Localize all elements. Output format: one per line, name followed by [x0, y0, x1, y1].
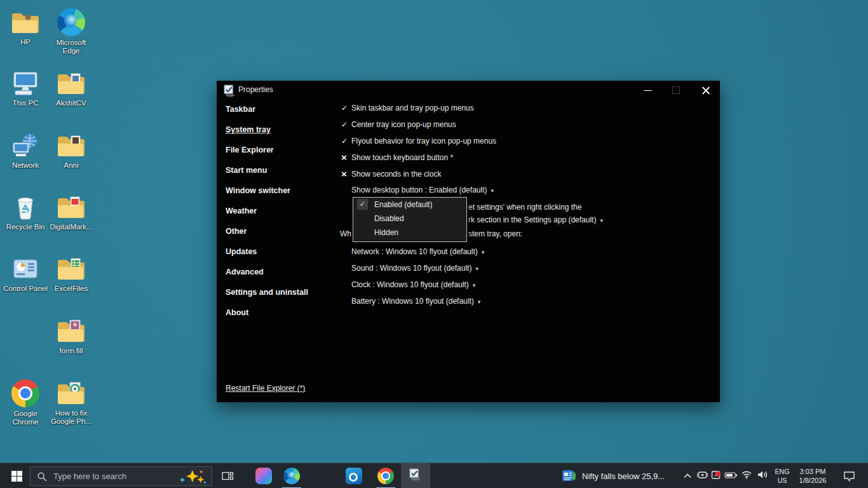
tray-flyout-setting[interactable]: Sound : Windows 10 flyout (default)▾ [351, 264, 478, 273]
desktop-icon-anni[interactable]: Anni [47, 131, 95, 170]
sidebar-item-updates[interactable]: Updates [226, 247, 257, 257]
setting-row[interactable]: ✓Center tray icon pop-up menus [341, 119, 456, 130]
tray-battery-button[interactable] [723, 463, 738, 488]
search-input[interactable] [52, 471, 173, 482]
desktop-icon-microsoft-edge[interactable]: Microsoft Edge [47, 8, 95, 55]
desktop-icon-label: Microsoft Edge [47, 39, 95, 55]
dropdown-arrow-icon: ▾ [491, 187, 494, 194]
tray-meet-now-button[interactable] [695, 463, 710, 488]
sidebar-item-start-menu[interactable]: Start menu [226, 166, 267, 176]
desktop-icon-label: Control Panel [1, 285, 50, 293]
taskbar-app-chrome[interactable] [371, 463, 400, 488]
dropdown-option-hidden[interactable]: Hidden [353, 226, 466, 240]
taskbar-app-edge[interactable] [277, 463, 306, 488]
when-clicking-fragment-prefix: Wh [340, 229, 351, 238]
dropdown-arrow-icon: ▾ [478, 299, 481, 305]
setting-row[interactable]: ×Show seconds in the clock [341, 169, 441, 179]
task-view-icon [221, 470, 234, 482]
folder-pdf-icon [57, 193, 86, 222]
close-button[interactable] [695, 83, 715, 97]
show-desktop-label: Show desktop button : Enabled (default) [351, 186, 487, 194]
news-headline: Nifty falls below 25,9... [582, 471, 665, 481]
setting-row[interactable]: ✓Skin taskbar and tray pop-up menus [341, 103, 474, 113]
desktop: HPMicrosoft EdgeThis PCAkshitCVNetworkAn… [0, 0, 868, 488]
notification-badge [715, 471, 721, 477]
close-icon [702, 86, 710, 95]
taskbar-clock[interactable]: 3:03 PM 1/8/2026 [792, 467, 834, 485]
search-highlights-sparkle-icon[interactable] [173, 468, 208, 485]
volume-icon [757, 470, 768, 482]
desktop-icon-label: Network [1, 161, 50, 170]
chrome-icon [11, 379, 40, 409]
restart-explorer-link[interactable]: Restart File Explorer (*) [226, 384, 305, 393]
taskbar-app-outlook[interactable] [339, 463, 369, 488]
language-line1: ENG [771, 467, 794, 476]
desktop-icon-hp[interactable]: HP [1, 8, 50, 46]
show-desktop-button-setting[interactable]: Show desktop button : Enabled (default)▾ [351, 186, 494, 194]
chrome-icon [377, 468, 394, 484]
sidebar-item-about[interactable]: About [226, 308, 248, 318]
start-button[interactable] [4, 463, 29, 488]
desktop-icon-this-pc[interactable]: This PC [1, 69, 50, 107]
desktop-icon-digitalmark[interactable]: DigitalMark... [47, 193, 95, 231]
sidebar-item-file-explorer[interactable]: File Explorer [226, 146, 274, 156]
check-icon: ✓ [341, 120, 351, 129]
desktop-icon-excelfiles[interactable]: ExcelFiles [47, 254, 95, 293]
pc-icon [11, 69, 40, 98]
tray-notification-app-button[interactable] [709, 463, 724, 488]
sidebar-item-weather[interactable]: Weather [226, 207, 257, 217]
desktop-icon-label: form fill [47, 347, 95, 355]
taskbar-app-copilot[interactable] [249, 463, 278, 488]
desktop-icon-how-to-fix[interactable]: How to fix Google Ph... [47, 379, 95, 426]
minimize-button[interactable] [637, 83, 658, 97]
setting-label: Flyout behavior for tray icon pop-up men… [351, 137, 496, 146]
properties-window: Properties TaskbarSystem trayFile Explor… [217, 81, 720, 402]
task-view-button[interactable] [216, 463, 239, 488]
taskbar-app-properties[interactable] [401, 463, 430, 488]
dropdown-option-disabled[interactable]: Disabled [353, 212, 466, 226]
desktop-icon-control-panel[interactable]: Control Panel [1, 254, 50, 293]
language-indicator[interactable]: ENG US [771, 467, 794, 485]
taskbar-app-file-explorer[interactable] [308, 463, 337, 488]
windows-logo-icon [11, 471, 22, 482]
when-clicking-fragment-suffix: stem tray, open: [468, 229, 522, 238]
desktop-icon-recycle-bin[interactable]: Recycle Bin [1, 193, 50, 231]
desktop-icon-google-chrome[interactable]: Google Chrome [1, 379, 50, 426]
sidebar-item-window-switcher[interactable]: Window switcher [226, 186, 290, 196]
desktop-icon-form-fill[interactable]: form fill [47, 316, 95, 355]
network-setting-fragment-line2[interactable]: rk section in the Settings app (default)… [468, 215, 603, 224]
sidebar-item-taskbar[interactable]: Taskbar [226, 105, 255, 115]
tray-wifi-button[interactable] [739, 463, 754, 488]
sidebar-item-other[interactable]: Other [226, 227, 247, 237]
setting-label: Show seconds in the clock [351, 170, 441, 179]
setting-row[interactable]: ×Show touch keyboard button * [341, 152, 453, 163]
sidebar-item-settings-and-uninstall[interactable]: Settings and uninstall [226, 288, 308, 298]
tray-flyout-setting[interactable]: Battery : Windows 10 flyout (default)▾ [351, 297, 480, 306]
check-icon: ✓ [341, 104, 351, 112]
action-center-icon [843, 471, 855, 482]
control-panel-icon [11, 254, 40, 283]
tray-flyout-setting[interactable]: Clock : Windows 10 flyout (default)▾ [351, 280, 475, 289]
network-setting-fragment-line1: et settings' when right clicking the [468, 203, 581, 212]
dropdown-option-label: Enabled (default) [374, 200, 432, 209]
action-center-button[interactable] [839, 463, 859, 488]
setting-label: Center tray icon pop-up menus [351, 120, 456, 129]
dropdown-arrow-icon: ▾ [475, 266, 478, 272]
desktop-icon-network[interactable]: Network [1, 131, 50, 170]
news-widget[interactable]: Nifty falls below 25,9... [554, 463, 679, 488]
taskbar-search[interactable] [30, 466, 212, 486]
search-icon [37, 471, 47, 482]
maximize-button[interactable] [666, 83, 686, 97]
sidebar-item-advanced[interactable]: Advanced [226, 268, 264, 278]
desktop-icon-akshitcv[interactable]: AkshitCV [47, 69, 95, 107]
tray-volume-button[interactable] [755, 463, 770, 488]
dropdown-option-enabled-default-[interactable]: ✓Enabled (default) [353, 198, 466, 212]
tray-hidden-icons-chevron[interactable] [680, 463, 695, 488]
clock-time: 3:03 PM [792, 467, 834, 476]
check-icon: ✓ [341, 137, 351, 146]
desktop-icon-label: AkshitCV [47, 99, 95, 107]
setting-row[interactable]: ✓Flyout behavior for tray icon pop-up me… [341, 136, 496, 146]
sidebar-item-system-tray[interactable]: System tray [226, 125, 271, 135]
setting-label: Show touch keyboard button * [351, 153, 453, 162]
tray-flyout-setting[interactable]: Network : Windows 10 flyout (default)▾ [351, 247, 484, 256]
